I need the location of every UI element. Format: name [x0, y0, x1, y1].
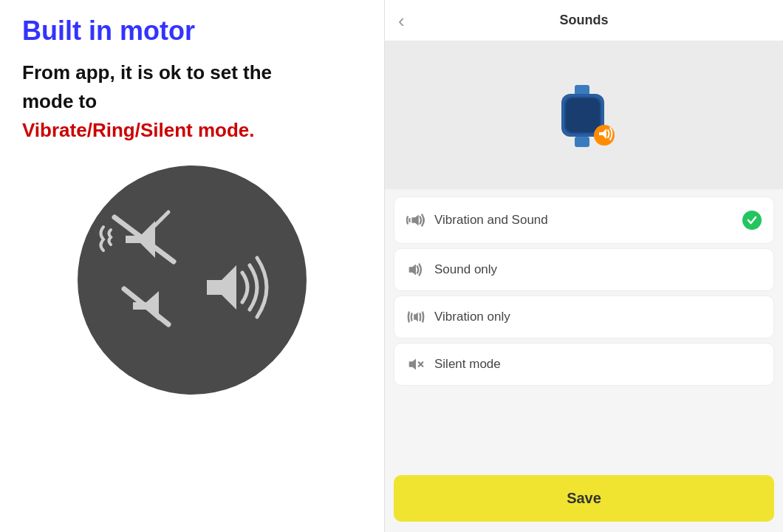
option-vibration-only-label: Vibration only [434, 310, 762, 324]
svg-rect-10 [566, 98, 600, 132]
svg-rect-7 [575, 85, 589, 95]
option-vibration-sound-label: Vibration and Sound [434, 213, 734, 228]
description-text: From app, it is ok to set the mode to Vi… [22, 58, 362, 145]
svg-marker-6 [207, 265, 236, 310]
svg-line-5 [124, 289, 168, 324]
svg-line-2 [161, 212, 168, 219]
vibration-only-icon [406, 310, 425, 324]
header-title: Sounds [560, 13, 609, 28]
illustration-svg [96, 184, 288, 376]
sound-only-icon [406, 262, 425, 277]
option-sound-only[interactable]: Sound only [394, 248, 774, 291]
svg-rect-11 [575, 137, 589, 147]
option-vibration-only[interactable]: Vibration only [394, 296, 774, 338]
illustration-circle [78, 166, 307, 395]
desc-highlight: Vibrate/Ring/Silent mode. [22, 119, 254, 141]
option-sound-only-label: Sound only [434, 262, 762, 277]
watch-preview [385, 41, 783, 189]
vibration-sound-icon [406, 213, 425, 228]
header: ‹ Sounds [385, 0, 783, 41]
option-silent-mode-label: Silent mode [434, 357, 762, 372]
svg-marker-14 [411, 215, 418, 226]
left-panel: Built in motor From app, it is ok to set… [0, 0, 384, 532]
watch-svg [551, 82, 625, 156]
svg-marker-15 [409, 265, 416, 276]
option-silent-mode[interactable]: Silent mode [394, 343, 774, 386]
watch-illustration [551, 82, 618, 149]
desc-line1: From app, it is ok to set the [22, 61, 272, 83]
selected-checkmark [742, 211, 762, 230]
silent-mode-icon [406, 357, 425, 372]
svg-marker-17 [409, 359, 416, 370]
page-title: Built in motor [22, 15, 362, 47]
svg-line-3 [114, 217, 174, 262]
desc-line2: mode to [22, 90, 97, 112]
svg-marker-16 [414, 313, 418, 322]
options-list: Vibration and Sound Sound only [385, 189, 783, 469]
option-vibration-sound[interactable]: Vibration and Sound [394, 197, 774, 244]
back-button[interactable]: ‹ [398, 9, 405, 32]
save-button[interactable]: Save [394, 475, 774, 522]
right-panel: ‹ Sounds [384, 0, 783, 532]
